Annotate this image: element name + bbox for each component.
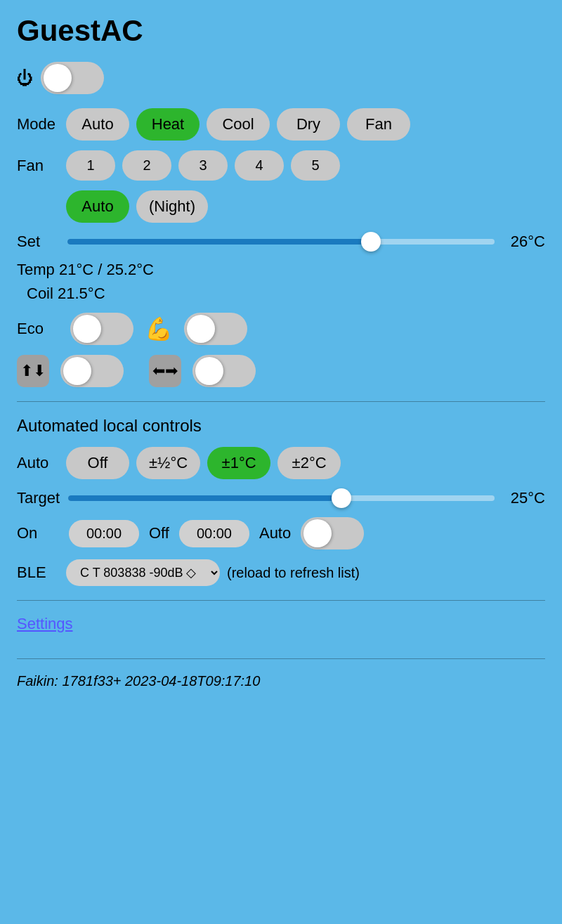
target-slider-wrapper (68, 491, 495, 505)
automated-title: Automated local controls (17, 416, 545, 436)
fan-night[interactable]: (Night) (136, 190, 208, 223)
muscle-icon: 💪 (145, 315, 173, 342)
ble-note: (reload to refresh list) (227, 565, 360, 581)
target-slider-track (68, 495, 495, 501)
set-slider-track (67, 239, 495, 245)
mode-label: Mode (17, 115, 59, 134)
divider-1 (17, 401, 545, 402)
ble-select[interactable]: C T 803838 -90dB ◇ (66, 559, 220, 586)
fan-2[interactable]: 2 (122, 150, 171, 181)
set-slider-fill (67, 239, 371, 245)
fan-1[interactable]: 1 (66, 150, 115, 181)
off-time-input[interactable] (179, 520, 249, 547)
fan-5[interactable]: 5 (291, 150, 340, 181)
target-slider-fill (68, 495, 341, 501)
mode-dry[interactable]: Dry (277, 108, 340, 141)
target-slider-thumb (332, 488, 351, 508)
fan-auto[interactable]: Auto (66, 190, 129, 223)
ble-label: BLE (17, 564, 59, 582)
auto-two[interactable]: ±2°C (277, 447, 341, 479)
divider-3 (17, 658, 545, 659)
coil-info: Coil 21.5°C (17, 285, 545, 303)
set-slider-wrapper (67, 235, 495, 249)
power-toggle[interactable] (41, 62, 104, 94)
mode-cool[interactable]: Cool (207, 108, 270, 141)
eco-toggle[interactable] (70, 313, 133, 345)
power-icon: ⏻ (17, 68, 34, 88)
horizontal-toggle[interactable] (192, 355, 256, 387)
target-value: 25°C (503, 489, 545, 507)
target-label: Target (17, 489, 60, 507)
mode-fan[interactable]: Fan (347, 108, 410, 141)
set-slider-thumb (361, 232, 381, 252)
auto-one[interactable]: ±1°C (207, 447, 270, 479)
divider-2 (17, 600, 545, 601)
horizontal-icon[interactable]: ⬅➡ (149, 355, 181, 387)
vertical-icon[interactable]: ⬆⬇ (17, 355, 49, 387)
footer-text: Faikin: 1781f33+ 2023-04-18T09:17:10 (17, 673, 545, 689)
on-time-input[interactable] (69, 520, 139, 547)
mode-heat[interactable]: Heat (136, 108, 200, 141)
app-title: GuestAC (17, 14, 545, 48)
set-label: Set (17, 233, 59, 251)
off-label: Off (149, 524, 169, 542)
auto-half[interactable]: ±½°C (136, 447, 200, 479)
mode-auto[interactable]: Auto (66, 108, 129, 141)
vertical-toggle[interactable] (60, 355, 124, 387)
auto-label: Auto (17, 454, 59, 472)
fan-3[interactable]: 3 (178, 150, 228, 181)
on-label: On (17, 524, 59, 542)
auto-toggle-label: Auto (259, 524, 291, 542)
auto-off[interactable]: Off (66, 447, 129, 479)
horizontal-toggle-knob (195, 357, 223, 385)
muscle-toggle[interactable] (184, 313, 247, 345)
auto-time-toggle[interactable] (301, 517, 364, 549)
muscle-toggle-knob (187, 315, 215, 343)
set-value: 26°C (503, 233, 545, 251)
temp-info: Temp 21°C / 25.2°C (17, 261, 545, 279)
fan-label: Fan (17, 157, 59, 175)
eco-toggle-knob (73, 315, 101, 343)
vertical-toggle-knob (63, 357, 91, 385)
fan-4[interactable]: 4 (235, 150, 284, 181)
eco-label: Eco (17, 320, 59, 338)
auto-time-toggle-knob (303, 519, 332, 547)
settings-link[interactable]: Settings (17, 615, 73, 633)
power-toggle-knob (44, 64, 72, 92)
